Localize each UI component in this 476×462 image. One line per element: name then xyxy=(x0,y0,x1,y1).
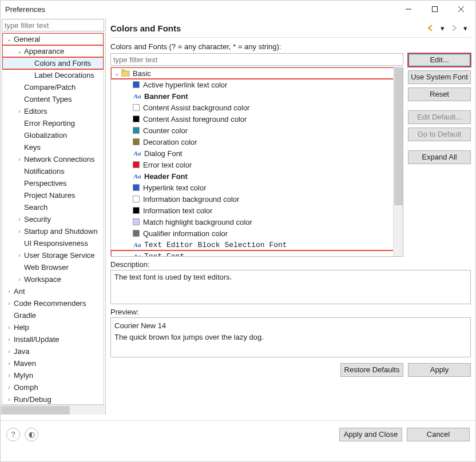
close-button[interactable] xyxy=(448,1,474,18)
reset-button[interactable]: Reset xyxy=(408,87,471,101)
tree-node[interactable]: ›Java xyxy=(2,345,104,357)
tree-node[interactable]: AaHeader Font xyxy=(111,170,403,182)
description-box: The text font is used by text editors. xyxy=(110,270,471,304)
tree-node-label: Workspace xyxy=(24,275,61,284)
tree-node[interactable]: Notifications xyxy=(2,165,104,177)
minimize-button[interactable] xyxy=(395,1,422,18)
maximize-button[interactable] xyxy=(422,1,448,18)
tree-node-label: Perspectives xyxy=(24,179,66,188)
category-tree[interactable]: ⌄General⌄AppearanceColors and FontsLabel… xyxy=(2,33,104,405)
tree-node-label: Project Natures xyxy=(24,191,76,200)
tree-node-basic[interactable]: ⌄ Basic xyxy=(111,67,403,79)
tree-node[interactable]: Label Decorations xyxy=(2,69,104,81)
apply-and-close-button[interactable]: Apply and Close xyxy=(339,428,402,441)
tree-node[interactable]: ›Help xyxy=(2,321,104,333)
chevron-right-icon: › xyxy=(5,348,14,355)
tree-node[interactable]: Content Assist background color xyxy=(111,102,403,113)
tree-node-label: Text Font xyxy=(144,252,184,257)
tree-node[interactable]: ›Run/Debug xyxy=(2,393,104,405)
font-icon: Aa xyxy=(133,93,142,99)
tree-node[interactable]: ›Code Recommenders xyxy=(2,297,104,309)
tree-node[interactable]: ›Network Connections xyxy=(2,153,104,165)
dropdown-icon[interactable]: ▾ xyxy=(461,23,470,33)
tree-node[interactable]: Web Browser xyxy=(2,261,104,273)
tree-node-label: Oomph xyxy=(14,383,38,392)
tree-node-label: Install/Update xyxy=(14,335,60,344)
chevron-right-icon: › xyxy=(5,396,14,403)
tree-node[interactable]: UI Responsiveness xyxy=(2,237,104,249)
apply-button[interactable]: Apply xyxy=(408,363,471,377)
font-icon: Aa xyxy=(133,173,142,180)
tree-node[interactable]: Qualifier information color xyxy=(111,228,403,239)
sidebar-filter-input[interactable] xyxy=(2,19,104,31)
tree-node[interactable]: Information text color xyxy=(111,205,403,216)
tree-node[interactable]: Information background color xyxy=(111,193,403,205)
tree-node-label: Banner Font xyxy=(144,92,188,101)
color-swatch-icon xyxy=(133,115,140,122)
tree-node-label: Content Types xyxy=(24,95,72,103)
tree-node[interactable]: ›Startup and Shutdown xyxy=(2,225,104,237)
tree-node[interactable]: Content Types xyxy=(2,93,104,105)
import-export-icon[interactable]: ◐ xyxy=(25,428,38,441)
tree-node[interactable]: ⌄Appearance xyxy=(2,45,104,57)
tree-node-label: Mylyn xyxy=(14,371,33,380)
tree-node[interactable]: Colors and Fonts xyxy=(2,57,104,69)
tree-node[interactable]: Content Assist foreground color xyxy=(111,113,403,125)
use-system-font-button[interactable]: Use System Font xyxy=(408,70,471,84)
tree-node[interactable]: Error Reporting xyxy=(2,117,104,129)
tree-node[interactable]: Globalization xyxy=(2,129,104,141)
tree-node[interactable]: ›Workspace xyxy=(2,273,104,285)
tree-node[interactable]: ›User Storage Service xyxy=(2,249,104,261)
help-icon[interactable]: ? xyxy=(6,428,20,441)
tree-node[interactable]: Error text color xyxy=(111,159,403,170)
tree-node[interactable]: ›Maven xyxy=(2,357,104,369)
tree-node[interactable]: Decoration color xyxy=(111,136,403,148)
cancel-button[interactable]: Cancel xyxy=(407,428,470,441)
tree-node[interactable]: ›Mylyn xyxy=(2,369,104,381)
preview-label: Preview: xyxy=(110,308,471,316)
tree-node[interactable]: Counter color xyxy=(111,125,403,136)
tree-node[interactable]: AaText Editor Block Selection Font xyxy=(111,239,403,250)
font-filter-input[interactable] xyxy=(110,53,403,66)
tree-node[interactable]: Active hyperlink text color xyxy=(111,79,403,90)
tree-node-label: Run/Debug xyxy=(14,395,51,404)
tree-node[interactable]: ›Security xyxy=(2,213,104,225)
hint-label: Colors and Fonts (? = any character, * =… xyxy=(110,42,471,51)
tree-node[interactable]: Compare/Patch xyxy=(2,81,104,93)
sidebar: ⌄General⌄AppearanceColors and FontsLabel… xyxy=(1,18,106,415)
preview-line: Courier New 14 xyxy=(114,320,467,332)
tree-node-label: Text Editor Block Selection Font xyxy=(144,241,287,249)
horizontal-scrollbar[interactable] xyxy=(1,405,105,415)
svg-rect-5 xyxy=(121,70,125,71)
font-icon: Aa xyxy=(133,241,142,248)
tree-node-label: Match highlight background color xyxy=(143,218,252,226)
edit-button[interactable]: Edit... xyxy=(408,53,471,67)
font-tree[interactable]: ⌄ Basic Active hyperlink text colorAaBan… xyxy=(110,67,403,257)
tree-node[interactable]: AaBanner Font xyxy=(111,90,403,102)
tree-node-label: General xyxy=(14,35,40,43)
chevron-down-icon: ⌄ xyxy=(5,36,14,42)
tree-node[interactable]: Gradle xyxy=(2,309,104,321)
vertical-scrollbar[interactable] xyxy=(393,67,403,256)
tree-node-text-font[interactable]: Aa Text Font xyxy=(111,250,403,257)
tree-node[interactable]: ›Install/Update xyxy=(2,333,104,345)
description-label: Description: xyxy=(110,260,471,269)
tree-node[interactable]: ›Ant xyxy=(2,285,104,297)
expand-all-button[interactable]: Expand All xyxy=(408,150,471,164)
tree-node[interactable]: Match highlight background color xyxy=(111,216,403,228)
tree-node[interactable]: ›Oomph xyxy=(2,381,104,393)
tree-node[interactable]: Keys xyxy=(2,141,104,153)
tree-node[interactable]: AaDialog Font xyxy=(111,148,403,159)
edit-default-button: Edit Default... xyxy=(408,110,471,124)
tree-node[interactable]: ⌄General xyxy=(2,33,104,45)
tree-node[interactable]: ›Editors xyxy=(2,105,104,117)
back-icon[interactable] xyxy=(426,23,435,33)
tree-node[interactable]: Search xyxy=(2,201,104,213)
tree-node[interactable]: Project Natures xyxy=(2,189,104,201)
restore-defaults-button[interactable]: Restore Defaults xyxy=(340,363,403,377)
tree-node-label: Maven xyxy=(14,359,36,368)
dropdown-icon[interactable]: ▾ xyxy=(438,23,447,33)
tree-node[interactable]: Hyperlink text color xyxy=(111,182,403,193)
forward-icon[interactable] xyxy=(449,23,458,33)
tree-node[interactable]: Perspectives xyxy=(2,177,104,189)
